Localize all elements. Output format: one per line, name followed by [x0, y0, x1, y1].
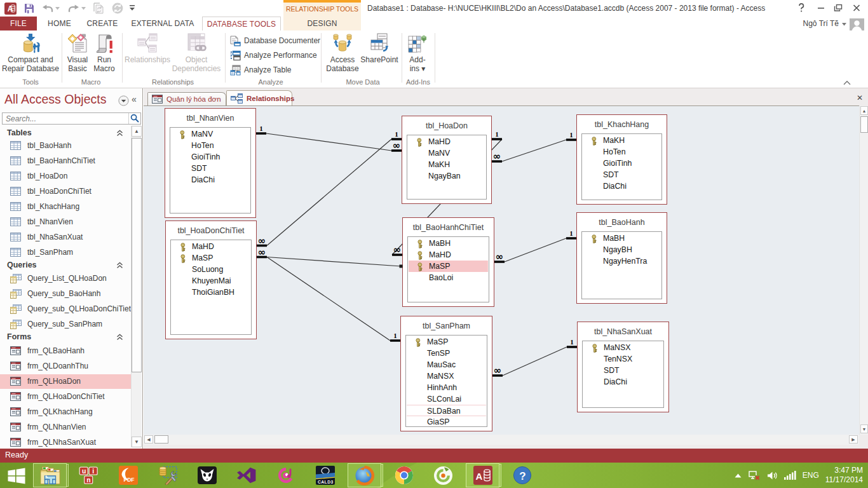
scroll-thumb[interactable]: [154, 435, 168, 444]
visual-studio-button[interactable]: [229, 463, 263, 487]
foxit-pdf-button[interactable]: PDF: [111, 463, 145, 487]
scroll-thumb[interactable]: [860, 116, 868, 133]
nav-item-Query_sub_SanPham[interactable]: Query_sub_SanPham: [0, 317, 132, 332]
scroll-down-arrow[interactable]: ▼: [132, 437, 142, 447]
document-horizontal-scrollbar[interactable]: ◀▶: [144, 435, 859, 445]
compact-and-repair-database-button[interactable]: Compact andRepair Database: [1, 32, 60, 73]
chrome-button[interactable]: [387, 463, 421, 487]
ribbon-tab-database-tools[interactable]: DATABASE TOOLS: [202, 17, 281, 30]
help-window-button[interactable]: [793, 0, 810, 15]
scroll-up-arrow[interactable]: ▲: [132, 126, 142, 137]
tray-pc-icon[interactable]: [749, 470, 761, 481]
undo-icon: [42, 4, 53, 13]
analyze-table-button[interactable]: Analyze Table: [230, 63, 292, 77]
add-ins-button[interactable]: Add-ins ▾: [403, 32, 431, 73]
analyze-performance-button[interactable]: Analyze Performance: [230, 48, 317, 62]
pink-app-button[interactable]: [269, 463, 302, 487]
ribbon-collapse-icon[interactable]: [843, 80, 851, 85]
scroll-right-arrow[interactable]: ▶: [849, 435, 858, 444]
document-vertical-scrollbar[interactable]: ▲▼: [859, 105, 868, 435]
firefox-button[interactable]: [348, 463, 381, 487]
tray-expand-icon[interactable]: [734, 473, 742, 478]
document-tab-form[interactable]: Quản lý hóa đơn: [147, 92, 226, 105]
minimize-button[interactable]: [813, 0, 829, 15]
save-button[interactable]: [24, 2, 34, 15]
nav-item-tbl_NhaSanXuat[interactable]: tbl_NhaSanXuat: [0, 230, 132, 245]
nav-item-Query_sub_BaoHanh[interactable]: Query_sub_BaoHanh: [0, 287, 132, 301]
access-database-button[interactable]: AccessDatabase: [323, 32, 362, 73]
chevron-up-double-icon: [116, 334, 123, 341]
nav-item-tbl_HoaDonChiTiet[interactable]: tbl_HoaDonChiTiet: [0, 184, 132, 199]
tray-signal-icon[interactable]: [784, 471, 796, 480]
nav-item-tbl_BaoHanh[interactable]: tbl_BaoHanh: [0, 139, 132, 153]
visual-basic-button[interactable]: VisualBasic: [63, 32, 92, 73]
start-button[interactable]: [0, 463, 33, 487]
sync-button[interactable]: [112, 2, 123, 15]
nav-group-label: Tables: [7, 128, 32, 137]
run-macro-button[interactable]: RunMacro: [90, 32, 119, 73]
ribbon-tab-external-data[interactable]: EXTERNAL DATA: [126, 17, 199, 30]
coccoc-button[interactable]: [426, 463, 460, 487]
close-button[interactable]: [848, 0, 865, 15]
scroll-left-arrow[interactable]: ◀: [144, 435, 153, 444]
nav-item-tbl_KhachHang[interactable]: tbl_KhachHang: [0, 200, 132, 214]
nav-item-frm_QLBaoHanh[interactable]: frm_QLBaoHanh: [0, 344, 132, 358]
cald3-dictionary-button[interactable]: CALD3: [308, 463, 342, 487]
nav-menu-button[interactable]: [118, 95, 129, 106]
unikey-button[interactable]: uin: [72, 463, 105, 487]
foobar2000-button[interactable]: [190, 463, 224, 487]
search-button[interactable]: [128, 113, 140, 124]
scroll-thumb[interactable]: [132, 138, 142, 372]
nav-item-frm_QLHoaDon[interactable]: frm_QLHoaDon: [0, 374, 132, 389]
database-documenter-button[interactable]: Database Documenter: [230, 34, 320, 48]
redo-button[interactable]: [68, 2, 86, 15]
scroll-up-arrow[interactable]: ▲: [860, 106, 868, 115]
nav-item-tbl_NhanVien[interactable]: tbl_NhanVien: [0, 215, 132, 229]
nav-item-frm_QLDoanhThu[interactable]: frm_QLDoanhThu: [0, 359, 132, 374]
document-tab-relationships[interactable]: Relationships: [226, 90, 292, 105]
customize-qat-button[interactable]: [130, 2, 135, 15]
ribbon-tab-design[interactable]: DESIGN: [283, 17, 361, 30]
sharepoint-button[interactable]: SharePoint: [359, 32, 400, 64]
access-button[interactable]: A: [466, 463, 499, 487]
database-tool-button[interactable]: [151, 463, 184, 487]
dropdown-caret-icon: [55, 7, 60, 10]
nav-item-frm_QLKhachHang[interactable]: frm_QLKhachHang: [0, 405, 132, 419]
file-explorer-button[interactable]: [33, 463, 67, 487]
tray-clock[interactable]: 3:47 PM11/17/2014: [825, 466, 863, 485]
svg-text:A: A: [475, 471, 482, 482]
user-name[interactable]: Ngô Trí Tẽ: [803, 19, 839, 28]
nav-item-label: frm_QLHoaDon: [27, 377, 81, 386]
nav-item-tbl_SanPham[interactable]: tbl_SanPham: [0, 245, 132, 260]
nav-collapse-button[interactable]: «: [132, 94, 137, 104]
avatar[interactable]: [850, 18, 864, 32]
nav-scrollbar[interactable]: ▲▼: [131, 126, 142, 447]
nav-item-frm_QLNhanVien[interactable]: frm_QLNhanVien: [0, 420, 132, 435]
document-area: Quản lý hóa đơnRelationships✕tbl_NhanVie…: [144, 88, 868, 449]
ribbon-tab-home[interactable]: HOME: [41, 17, 78, 30]
nav-item-Query_List_QLHoaDon[interactable]: Query_List_QLHoaDon: [0, 271, 132, 286]
tray-language[interactable]: ENG: [803, 471, 819, 480]
nav-item-frm_QLNhaSanXuat[interactable]: frm_QLNhaSanXuat: [0, 435, 132, 450]
ribbon-tab-create[interactable]: CREATE: [81, 17, 123, 30]
ribbon-group-label: Macro: [53, 78, 129, 86]
nav-group-header-forms[interactable]: Forms: [0, 331, 132, 344]
search-input[interactable]: Search...: [6, 114, 36, 123]
nav-item-frm_QLHoaDonChiTiet[interactable]: frm_QLHoaDonChiTiet: [0, 390, 132, 404]
ribbon-group-separator: [225, 33, 226, 83]
nav-item-tbl_BaoHanhChiTiet[interactable]: tbl_BaoHanhChiTiet: [0, 154, 132, 168]
nav-item-tbl_HoaDon[interactable]: tbl_HoaDon: [0, 169, 132, 184]
app-icon[interactable]: A: [4, 2, 17, 15]
relationships-canvas[interactable]: tbl_NhanVienMaNVHoTenGioiTinhSDTDiaChitb…: [144, 105, 859, 435]
undo-button[interactable]: [42, 2, 60, 15]
ribbon-tab-file[interactable]: FILE: [0, 17, 37, 30]
nav-item-Query_sub_QLHoaDonChiTiet[interactable]: Query_sub_QLHoaDonChiTiet: [0, 302, 132, 316]
restore-button[interactable]: [830, 0, 846, 15]
refresh-all-button[interactable]: [93, 2, 104, 15]
document-close-button[interactable]: ✕: [855, 93, 865, 104]
nav-group-header-queries[interactable]: Queries: [0, 259, 132, 273]
help-button[interactable]: ?: [505, 463, 539, 487]
scroll-down-arrow[interactable]: ▼: [860, 424, 868, 433]
tray-volume-icon[interactable]: [767, 471, 778, 480]
svg-text:∞: ∞: [493, 151, 501, 162]
